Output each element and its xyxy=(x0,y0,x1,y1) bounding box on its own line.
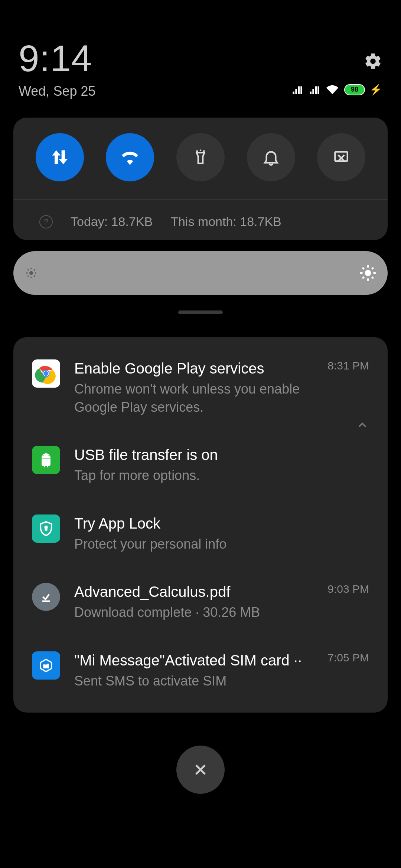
notification-time: 9:03 PM xyxy=(327,583,369,622)
svg-line-18 xyxy=(362,267,364,269)
svg-line-10 xyxy=(34,276,35,277)
svg-rect-26 xyxy=(45,528,47,530)
flashlight-icon xyxy=(191,148,210,167)
qs-tile-mobile-data[interactable] xyxy=(36,133,84,181)
notification-text: Sent SMS to activate SIM xyxy=(74,672,313,690)
notification-item[interactable]: USB file transfer is on Tap for more opt… xyxy=(32,446,369,485)
notification-title: "Mi Message"Activated SIM card ·· xyxy=(74,651,313,669)
svg-line-9 xyxy=(28,270,29,271)
gear-icon xyxy=(364,52,382,70)
help-icon[interactable]: ? xyxy=(39,215,53,228)
brightness-slider[interactable] xyxy=(13,251,388,295)
data-usage-month: This month: 18.7KB xyxy=(170,214,281,229)
notification-panel: Enable Google Play services Chrome won't… xyxy=(13,337,388,713)
chrome-icon xyxy=(32,359,60,388)
qs-tile-wifi[interactable] xyxy=(106,133,154,181)
signal-icon xyxy=(291,85,303,95)
notification-item[interactable]: Enable Google Play services Chrome won't… xyxy=(32,359,369,416)
quick-settings-panel: ? Today: 18.7KB This month: 18.7KB xyxy=(13,118,388,240)
notification-item[interactable]: Try App Lock Protect your personal info xyxy=(32,514,369,553)
clock-time: 9:14 xyxy=(19,37,382,80)
svg-point-13 xyxy=(365,270,371,276)
notification-title: USB file transfer is on xyxy=(74,446,369,464)
wifi-icon xyxy=(325,84,340,96)
notification-time: 8:31 PM xyxy=(327,359,369,416)
notification-time: 7:05 PM xyxy=(327,651,369,690)
notification-item[interactable]: Advanced_Calculus.pdf Download complete … xyxy=(32,583,369,622)
notification-text: Tap for more options. xyxy=(74,467,369,485)
wifi-icon xyxy=(120,147,140,168)
svg-line-20 xyxy=(362,277,364,278)
mobile-data-icon xyxy=(49,147,70,168)
signal-icon xyxy=(308,85,320,95)
svg-point-24 xyxy=(44,371,49,376)
android-icon xyxy=(32,446,60,474)
close-icon xyxy=(192,761,209,779)
notification-title: Try App Lock xyxy=(74,514,369,532)
svg-point-4 xyxy=(29,271,33,275)
svg-line-1 xyxy=(197,150,198,152)
svg-line-12 xyxy=(34,270,35,271)
settings-button[interactable] xyxy=(364,52,382,70)
brightness-high-icon xyxy=(359,264,377,282)
notification-text: Chrome won't work unless you enable Goog… xyxy=(74,380,313,416)
shield-icon xyxy=(32,514,60,543)
mi-icon: mi xyxy=(32,651,60,680)
charging-icon: ⚡ xyxy=(369,83,382,96)
expand-chevron-icon[interactable] xyxy=(356,418,369,433)
svg-line-2 xyxy=(203,150,204,152)
notification-title: Advanced_Calculus.pdf xyxy=(74,583,313,601)
svg-line-11 xyxy=(28,276,29,277)
svg-rect-3 xyxy=(335,152,348,161)
bell-icon xyxy=(262,148,280,167)
svg-line-21 xyxy=(372,267,373,269)
download-complete-icon xyxy=(32,583,60,611)
notification-text: Download complete · 30.26 MB xyxy=(74,604,313,622)
status-bar-icons: 98 ⚡ xyxy=(291,83,382,96)
brightness-low-icon xyxy=(24,266,39,280)
notification-text: Protect your personal info xyxy=(74,535,369,553)
qs-tile-flashlight[interactable] xyxy=(176,133,225,181)
notification-item[interactable]: mi "Mi Message"Activated SIM card ·· Sen… xyxy=(32,651,369,690)
notification-title: Enable Google Play services xyxy=(74,359,313,377)
svg-line-19 xyxy=(372,277,373,278)
battery-indicator: 98 xyxy=(344,84,365,95)
clear-all-button[interactable] xyxy=(176,746,225,794)
data-usage-today: Today: 18.7KB xyxy=(71,214,153,229)
qs-tile-dnd[interactable] xyxy=(247,133,295,181)
panel-drag-handle[interactable] xyxy=(178,310,223,314)
screenshot-icon xyxy=(332,148,351,167)
svg-text:mi: mi xyxy=(43,663,49,668)
qs-tile-screenshot[interactable] xyxy=(317,133,365,181)
